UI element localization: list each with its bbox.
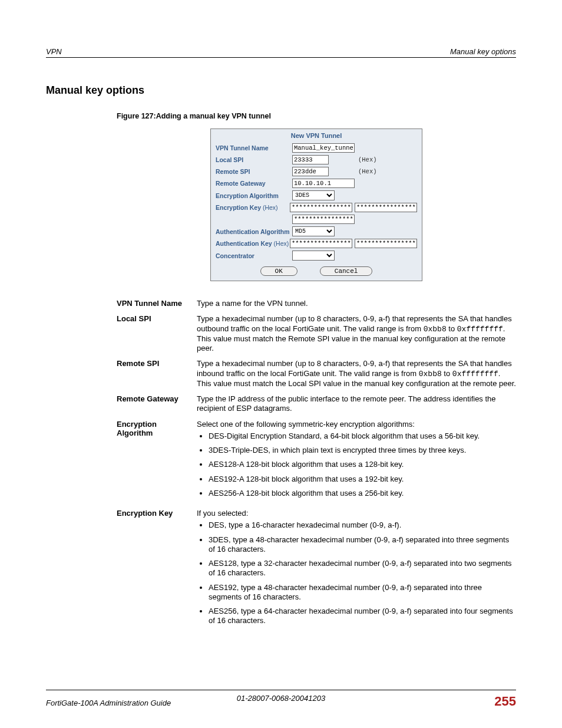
input-local-spi[interactable]	[292, 155, 329, 164]
def-enc-alg: Select one of the following symmetric-ke…	[197, 420, 516, 503]
header-right: Manual key options	[450, 47, 516, 56]
page-footer: FortiGate-100A Administration Guide 01-2…	[46, 690, 516, 709]
def-tunnel-name: Type a name for the VPN tunnel.	[197, 299, 516, 308]
def-remote-gateway: Type the IP address of the public interf…	[197, 394, 516, 414]
input-enc-key-3[interactable]	[292, 215, 355, 224]
label-enc-key: Encryption Key (Hex)	[216, 204, 290, 211]
term-local-spi: Local SPI	[117, 314, 197, 353]
vpn-form: New VPN Tunnel VPN Tunnel Name Local SPI…	[210, 129, 422, 281]
list-item: AES128-A 128-bit block algorithm that us…	[209, 460, 516, 469]
list-item: AES128, type a 32-character hexadecimal …	[209, 559, 516, 578]
label-remote-gateway: Remote Gateway	[216, 180, 292, 187]
input-tunnel-name[interactable]	[292, 143, 355, 153]
label-tunnel-name: VPN Tunnel Name	[216, 144, 292, 151]
label-remote-spi: Remote SPI	[216, 168, 292, 175]
hex-suffix: (Hex)	[358, 168, 377, 175]
figure-caption: Figure 127:Adding a manual key VPN tunne…	[117, 112, 516, 120]
footer-left: FortiGate-100A Administration Guide	[46, 699, 171, 707]
label-concentrator: Concentrator	[216, 252, 292, 259]
page-header: VPN Manual key options	[46, 47, 516, 58]
list-item: AES192-A 128-bit block algorithm that us…	[209, 475, 516, 484]
input-remote-gateway[interactable]	[292, 179, 355, 188]
label-auth-key: Authentication Key (Hex)	[216, 240, 290, 247]
form-title: New VPN Tunnel	[211, 129, 422, 143]
description-table: VPN Tunnel Name Type a name for the VPN …	[117, 299, 516, 631]
input-remote-spi[interactable]	[292, 167, 329, 176]
term-enc-key: Encryption Key	[117, 509, 197, 631]
list-item: AES256-A 128-bit block algorithm that us…	[209, 489, 516, 498]
section-title: Manual key options	[46, 84, 516, 97]
term-remote-gateway: Remote Gateway	[117, 394, 197, 414]
list-item: AES192, type a 48-character hexadecimal …	[209, 583, 516, 602]
term-enc-alg: Encryption Algorithm	[117, 420, 197, 503]
select-auth-alg[interactable]: MD5	[292, 226, 335, 236]
list-item: AES256, type a 64-character hexadecimal …	[209, 607, 516, 626]
label-local-spi: Local SPI	[216, 156, 292, 163]
list-item: DES, type a 16-character hexadecimal num…	[209, 521, 516, 530]
def-remote-spi: Type a hexadecimal number (up to 8 chara…	[197, 359, 516, 388]
select-enc-alg[interactable]: 3DES	[292, 190, 335, 200]
select-concentrator[interactable]	[292, 251, 335, 261]
label-enc-alg: Encryption Algorithm	[216, 192, 292, 199]
hex-suffix: (Hex)	[358, 156, 377, 163]
ok-button[interactable]: OK	[260, 266, 297, 276]
def-enc-key: If you selected: DES, type a 16-characte…	[197, 509, 516, 631]
label-auth-alg: Authentication Algorithm	[216, 228, 292, 235]
input-auth-key-1[interactable]	[290, 239, 352, 248]
term-remote-spi: Remote SPI	[117, 359, 197, 388]
cancel-button[interactable]: Cancel	[320, 266, 373, 276]
input-enc-key-2[interactable]	[355, 203, 417, 212]
page-number: 255	[494, 694, 516, 709]
list-item: 3DES-Triple-DES, in which plain text is …	[209, 446, 516, 455]
def-local-spi: Type a hexadecimal number (up to 8 chara…	[197, 314, 516, 353]
header-left: VPN	[46, 47, 62, 56]
term-tunnel-name: VPN Tunnel Name	[117, 299, 197, 308]
list-item: DES-Digital Encryption Standard, a 64-bi…	[209, 431, 516, 441]
input-auth-key-2[interactable]	[355, 239, 417, 248]
footer-center: 01-28007-0068-20041203	[237, 694, 325, 703]
list-item: 3DES, type a 48-character hexadecimal nu…	[209, 535, 516, 555]
input-enc-key-1[interactable]	[290, 203, 352, 212]
